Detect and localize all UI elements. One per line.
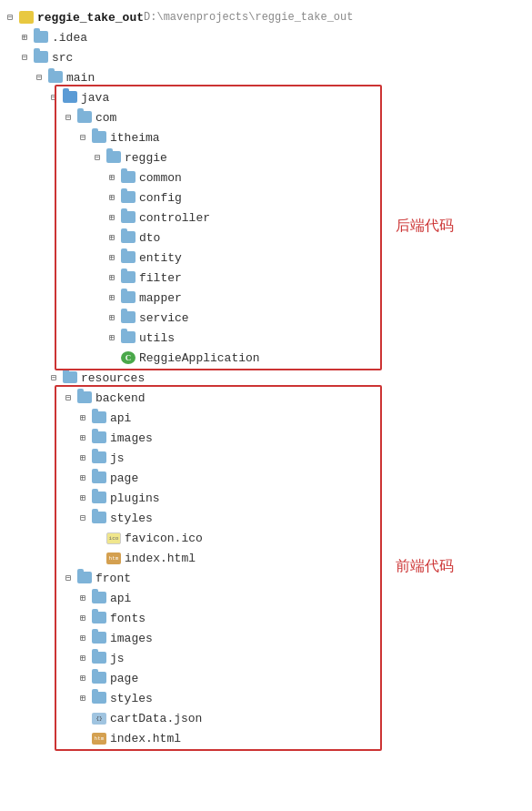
node-label: cartData.json (110, 712, 202, 725)
expand-icon[interactable]: ⊟ (47, 92, 60, 103)
expand-icon[interactable]: ⊞ (76, 693, 89, 704)
tree-node[interactable]: ⊞images (0, 428, 532, 448)
tree-node[interactable]: ⊟styles (0, 508, 532, 528)
expand-icon[interactable]: ⊞ (76, 633, 89, 644)
expand-icon[interactable]: ⊟ (18, 52, 31, 63)
expand-icon[interactable]: ⊟ (33, 72, 45, 83)
expand-icon[interactable]: ⊞ (105, 292, 118, 303)
folder-icon (121, 171, 136, 183)
folder-icon (92, 131, 106, 143)
folder-icon (121, 191, 136, 203)
tree-node[interactable]: ⊟src (0, 47, 532, 67)
folder-icon (121, 251, 136, 263)
expand-icon[interactable]: ⊞ (105, 252, 118, 263)
expand-icon[interactable]: ⊞ (76, 593, 89, 603)
expand-icon[interactable]: ⊞ (76, 613, 89, 623)
expand-icon[interactable]: ⊞ (105, 272, 118, 283)
expand-icon[interactable]: ⊞ (76, 432, 89, 443)
expand-icon[interactable]: ⊞ (105, 312, 118, 323)
folder-icon (34, 51, 48, 63)
tree-node[interactable]: ⊟java (0, 87, 532, 107)
node-label: favicon.ico (125, 532, 203, 545)
node-label: api (110, 411, 131, 425)
tree-node[interactable]: ⊞api (0, 408, 532, 428)
folder-icon (92, 672, 106, 684)
tree-node[interactable]: ⊞page (0, 668, 532, 688)
expand-icon[interactable]: ⊞ (105, 172, 118, 183)
tree-node[interactable]: ⊟reggie_take_out D:\mavenprojects\reggie… (0, 7, 532, 27)
tree-node[interactable]: ⊞.idea (0, 27, 532, 47)
expand-icon[interactable]: ⊟ (62, 112, 75, 123)
folder-icon (121, 291, 136, 303)
node-label: reggie (125, 151, 167, 165)
tree-node[interactable]: ⊞config (0, 188, 532, 208)
node-label: styles (110, 692, 153, 705)
folder-icon (92, 512, 106, 523)
tree-node[interactable]: ⊞js (0, 648, 532, 668)
tree-node[interactable]: ⊞mapper (0, 288, 532, 308)
tree-node[interactable]: ⊟resources (0, 368, 532, 388)
expand-icon[interactable]: ⊟ (4, 12, 16, 23)
expand-icon[interactable]: ⊞ (76, 412, 89, 423)
tree-node[interactable]: ⊞page (0, 468, 532, 488)
folder-icon (121, 231, 136, 243)
ico-file-icon: ico (106, 532, 121, 544)
expand-icon[interactable]: ⊞ (105, 232, 118, 243)
expand-icon[interactable]: ⊟ (76, 132, 89, 143)
tree-node[interactable]: ⊞js (0, 448, 532, 468)
tree-node[interactable]: ⊟com (0, 107, 532, 127)
tree-node[interactable]: ⊞api (0, 588, 532, 608)
node-label: src (52, 51, 73, 65)
expand-icon[interactable]: ⊞ (105, 332, 118, 343)
tree-node[interactable]: ⊞plugins (0, 488, 532, 508)
expand-icon[interactable]: ⊟ (91, 152, 104, 163)
expand-icon[interactable]: ⊟ (62, 392, 75, 403)
folder-icon (106, 151, 121, 163)
tree-node[interactable]: ⊞fonts (0, 608, 532, 628)
tree-node[interactable]: ⊞styles (0, 688, 532, 708)
tree-node[interactable]: CReggieApplication (0, 348, 532, 368)
folder-icon (92, 692, 106, 704)
tree-node[interactable]: ⊟main (0, 67, 532, 87)
tree-node[interactable]: ⊞entity (0, 248, 532, 268)
tree-node[interactable]: ⊟backend (0, 388, 532, 408)
expand-icon[interactable]: ⊞ (76, 472, 89, 483)
node-label: ReggieApplication (139, 351, 260, 365)
expand-icon[interactable]: ⊞ (76, 492, 89, 503)
node-label: index.html (110, 732, 181, 745)
tree-node[interactable]: ⊞service (0, 308, 532, 328)
expand-icon[interactable]: ⊟ (76, 512, 89, 523)
tree-node[interactable]: ⊟reggie (0, 147, 532, 167)
node-label: controller (139, 211, 210, 225)
expand-icon[interactable]: ⊞ (18, 32, 31, 43)
folder-icon (77, 111, 92, 123)
tree-node[interactable]: ⊞common (0, 167, 532, 188)
tree-node[interactable]: htmindex.html (0, 728, 532, 748)
node-label: service (139, 311, 189, 325)
expand-icon[interactable]: ⊞ (76, 452, 89, 463)
frontend-label: 前端代码 (396, 557, 454, 576)
expand-icon[interactable]: ⊞ (105, 212, 118, 223)
tree-node[interactable]: ⊞filter (0, 268, 532, 288)
expand-icon[interactable]: ⊟ (47, 372, 60, 383)
node-label: com (95, 111, 116, 125)
html-file-icon: htm (92, 733, 106, 745)
expand-icon[interactable]: ⊟ (62, 573, 75, 583)
folder-icon (92, 431, 106, 443)
folder-icon (92, 411, 106, 423)
expand-icon[interactable]: ⊞ (105, 192, 118, 203)
tree-node[interactable]: {}cartData.json (0, 708, 532, 728)
expand-icon[interactable]: ⊞ (76, 673, 89, 684)
tree-node[interactable]: icofavicon.ico (0, 528, 532, 548)
expand-icon[interactable]: ⊞ (76, 653, 89, 664)
node-label: plugins (110, 492, 160, 505)
node-label: api (110, 592, 131, 605)
node-label: page (110, 471, 138, 485)
tree-node[interactable]: ⊞images (0, 628, 532, 648)
node-label: dto (139, 231, 160, 245)
folder-icon (63, 371, 77, 383)
tree-node[interactable]: ⊞utils (0, 328, 532, 348)
node-label: itheima (110, 131, 160, 145)
backend-label: 后端代码 (396, 217, 454, 236)
tree-node[interactable]: ⊟itheima (0, 127, 532, 147)
